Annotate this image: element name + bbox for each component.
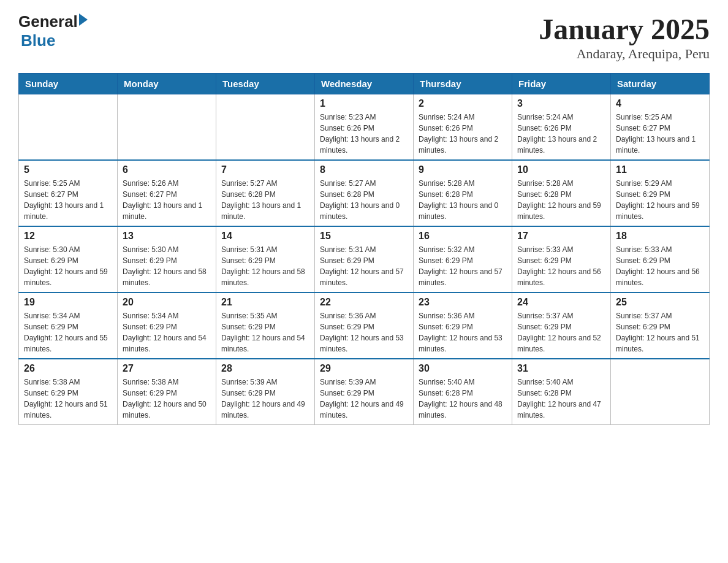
day-info: Sunrise: 5:31 AMSunset: 6:29 PMDaylight:… — [221, 244, 309, 288]
day-info: Sunrise: 5:33 AMSunset: 6:29 PMDaylight:… — [517, 244, 605, 288]
day-info: Sunrise: 5:27 AMSunset: 6:28 PMDaylight:… — [221, 178, 309, 222]
day-number: 22 — [320, 297, 408, 308]
calendar-cell: 7Sunrise: 5:27 AMSunset: 6:28 PMDaylight… — [216, 160, 315, 226]
day-number: 9 — [419, 164, 507, 175]
calendar-cell: 13Sunrise: 5:30 AMSunset: 6:29 PMDayligh… — [118, 226, 216, 293]
day-number: 20 — [123, 297, 211, 308]
calendar-cell — [118, 94, 216, 161]
day-info: Sunrise: 5:30 AMSunset: 6:29 PMDaylight:… — [123, 244, 211, 288]
calendar-cell: 14Sunrise: 5:31 AMSunset: 6:29 PMDayligh… — [216, 226, 315, 293]
day-info: Sunrise: 5:37 AMSunset: 6:29 PMDaylight:… — [517, 310, 605, 354]
day-info: Sunrise: 5:40 AMSunset: 6:28 PMDaylight:… — [419, 377, 507, 421]
day-info: Sunrise: 5:24 AMSunset: 6:26 PMDaylight:… — [517, 112, 605, 156]
calendar-cell — [611, 359, 710, 425]
calendar-title: January 2025 — [539, 12, 710, 46]
day-info: Sunrise: 5:25 AMSunset: 6:27 PMDaylight:… — [616, 112, 704, 156]
day-number: 18 — [616, 231, 704, 242]
day-number: 13 — [123, 231, 211, 242]
calendar-table: SundayMondayTuesdayWednesdayThursdayFrid… — [18, 73, 710, 425]
title-section: January 2025 Andaray, Arequipa, Peru — [539, 12, 710, 62]
logo-blue-text: Blue — [21, 31, 55, 50]
calendar-header-thursday: Thursday — [414, 74, 512, 94]
day-info: Sunrise: 5:24 AMSunset: 6:26 PMDaylight:… — [419, 112, 507, 156]
day-number: 14 — [221, 231, 309, 242]
calendar-week-row: 1Sunrise: 5:23 AMSunset: 6:26 PMDaylight… — [19, 94, 710, 161]
calendar-cell: 18Sunrise: 5:33 AMSunset: 6:29 PMDayligh… — [611, 226, 710, 293]
day-info: Sunrise: 5:29 AMSunset: 6:29 PMDaylight:… — [616, 178, 704, 222]
calendar-cell: 8Sunrise: 5:27 AMSunset: 6:28 PMDaylight… — [315, 160, 414, 226]
day-info: Sunrise: 5:31 AMSunset: 6:29 PMDaylight:… — [320, 244, 408, 288]
calendar-cell: 9Sunrise: 5:28 AMSunset: 6:28 PMDaylight… — [414, 160, 512, 226]
calendar-header-sunday: Sunday — [19, 74, 118, 94]
day-info: Sunrise: 5:33 AMSunset: 6:29 PMDaylight:… — [616, 244, 704, 288]
day-number: 16 — [419, 231, 507, 242]
calendar-cell: 20Sunrise: 5:34 AMSunset: 6:29 PMDayligh… — [118, 293, 216, 359]
day-info: Sunrise: 5:25 AMSunset: 6:27 PMDaylight:… — [24, 178, 112, 222]
logo: General Blue — [18, 12, 88, 50]
day-info: Sunrise: 5:36 AMSunset: 6:29 PMDaylight:… — [320, 310, 408, 354]
day-number: 12 — [24, 231, 112, 242]
calendar-cell: 27Sunrise: 5:38 AMSunset: 6:29 PMDayligh… — [118, 359, 216, 425]
day-number: 6 — [123, 164, 211, 175]
day-info: Sunrise: 5:27 AMSunset: 6:28 PMDaylight:… — [320, 178, 408, 222]
day-number: 17 — [517, 231, 605, 242]
day-number: 4 — [616, 98, 704, 109]
day-info: Sunrise: 5:32 AMSunset: 6:29 PMDaylight:… — [419, 244, 507, 288]
calendar-header-wednesday: Wednesday — [315, 74, 414, 94]
day-info: Sunrise: 5:40 AMSunset: 6:28 PMDaylight:… — [517, 377, 605, 421]
day-number: 30 — [419, 363, 507, 374]
day-info: Sunrise: 5:28 AMSunset: 6:28 PMDaylight:… — [517, 178, 605, 222]
calendar-cell: 31Sunrise: 5:40 AMSunset: 6:28 PMDayligh… — [512, 359, 611, 425]
day-info: Sunrise: 5:37 AMSunset: 6:29 PMDaylight:… — [616, 310, 704, 354]
day-number: 7 — [221, 164, 309, 175]
calendar-cell — [216, 94, 315, 161]
calendar-cell: 28Sunrise: 5:39 AMSunset: 6:29 PMDayligh… — [216, 359, 315, 425]
calendar-header-friday: Friday — [512, 74, 611, 94]
day-number: 28 — [221, 363, 309, 374]
day-info: Sunrise: 5:35 AMSunset: 6:29 PMDaylight:… — [221, 310, 309, 354]
day-number: 31 — [517, 363, 605, 374]
day-info: Sunrise: 5:28 AMSunset: 6:28 PMDaylight:… — [419, 178, 507, 222]
calendar-cell: 23Sunrise: 5:36 AMSunset: 6:29 PMDayligh… — [414, 293, 512, 359]
calendar-header-monday: Monday — [118, 74, 216, 94]
day-number: 23 — [419, 297, 507, 308]
logo-general-text: General — [18, 12, 78, 31]
day-number: 11 — [616, 164, 704, 175]
calendar-cell: 6Sunrise: 5:26 AMSunset: 6:27 PMDaylight… — [118, 160, 216, 226]
day-number: 8 — [320, 164, 408, 175]
day-info: Sunrise: 5:39 AMSunset: 6:29 PMDaylight:… — [221, 377, 309, 421]
day-number: 29 — [320, 363, 408, 374]
page-header: General Blue January 2025 Andaray, Arequ… — [18, 12, 710, 62]
day-number: 19 — [24, 297, 112, 308]
logo-arrow-icon — [79, 13, 88, 26]
calendar-week-row: 26Sunrise: 5:38 AMSunset: 6:29 PMDayligh… — [19, 359, 710, 425]
calendar-cell: 19Sunrise: 5:34 AMSunset: 6:29 PMDayligh… — [19, 293, 118, 359]
day-number: 25 — [616, 297, 704, 308]
day-info: Sunrise: 5:38 AMSunset: 6:29 PMDaylight:… — [24, 377, 112, 421]
day-number: 21 — [221, 297, 309, 308]
day-info: Sunrise: 5:39 AMSunset: 6:29 PMDaylight:… — [320, 377, 408, 421]
calendar-cell: 30Sunrise: 5:40 AMSunset: 6:28 PMDayligh… — [414, 359, 512, 425]
calendar-cell: 5Sunrise: 5:25 AMSunset: 6:27 PMDaylight… — [19, 160, 118, 226]
day-number: 15 — [320, 231, 408, 242]
day-info: Sunrise: 5:34 AMSunset: 6:29 PMDaylight:… — [123, 310, 211, 354]
calendar-cell — [19, 94, 118, 161]
calendar-header-row: SundayMondayTuesdayWednesdayThursdayFrid… — [19, 74, 710, 94]
calendar-cell: 24Sunrise: 5:37 AMSunset: 6:29 PMDayligh… — [512, 293, 611, 359]
calendar-week-row: 12Sunrise: 5:30 AMSunset: 6:29 PMDayligh… — [19, 226, 710, 293]
calendar-cell: 25Sunrise: 5:37 AMSunset: 6:29 PMDayligh… — [611, 293, 710, 359]
calendar-cell: 4Sunrise: 5:25 AMSunset: 6:27 PMDaylight… — [611, 94, 710, 161]
day-info: Sunrise: 5:38 AMSunset: 6:29 PMDaylight:… — [123, 377, 211, 421]
day-number: 1 — [320, 98, 408, 109]
calendar-cell: 21Sunrise: 5:35 AMSunset: 6:29 PMDayligh… — [216, 293, 315, 359]
day-info: Sunrise: 5:30 AMSunset: 6:29 PMDaylight:… — [24, 244, 112, 288]
day-info: Sunrise: 5:34 AMSunset: 6:29 PMDaylight:… — [24, 310, 112, 354]
calendar-cell: 10Sunrise: 5:28 AMSunset: 6:28 PMDayligh… — [512, 160, 611, 226]
calendar-cell: 12Sunrise: 5:30 AMSunset: 6:29 PMDayligh… — [19, 226, 118, 293]
calendar-cell: 15Sunrise: 5:31 AMSunset: 6:29 PMDayligh… — [315, 226, 414, 293]
day-info: Sunrise: 5:26 AMSunset: 6:27 PMDaylight:… — [123, 178, 211, 222]
calendar-cell: 1Sunrise: 5:23 AMSunset: 6:26 PMDaylight… — [315, 94, 414, 161]
calendar-week-row: 19Sunrise: 5:34 AMSunset: 6:29 PMDayligh… — [19, 293, 710, 359]
calendar-cell: 11Sunrise: 5:29 AMSunset: 6:29 PMDayligh… — [611, 160, 710, 226]
day-number: 24 — [517, 297, 605, 308]
